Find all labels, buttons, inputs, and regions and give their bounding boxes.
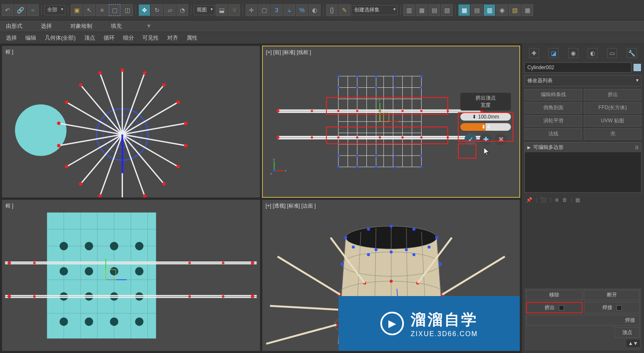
modifier-stack[interactable]: ▶ 可编辑多边形 ⁞⁞	[524, 142, 641, 193]
viewport-top[interactable]: 框 ]	[2, 46, 260, 198]
rotate-icon[interactable]: ↻	[151, 4, 163, 16]
break-button[interactable]: 断开	[584, 290, 640, 300]
mod-editspline[interactable]: 编辑样条线	[524, 89, 582, 100]
caddy-cancel-button[interactable]: ✖	[495, 133, 507, 145]
spinner-icon[interactable]: ◐	[309, 4, 321, 16]
brace-icon[interactable]: {}	[326, 4, 338, 16]
sub-select[interactable]: 选择	[3, 33, 19, 43]
viewport-front[interactable]: [+] [前] [标准] [线框 ]	[262, 46, 521, 198]
mod-normal[interactable]: 法线	[524, 128, 582, 140]
pin-icon[interactable]: 📌	[526, 197, 532, 203]
render-setup-icon[interactable]: ▧	[509, 4, 521, 16]
coord-dropdown[interactable]: 视图	[194, 5, 215, 15]
sub-geom[interactable]: 几何体(全部)	[42, 33, 78, 43]
mod-uvw[interactable]: UVW 贴图	[584, 115, 641, 127]
show-result-icon[interactable]: ⬛	[540, 197, 547, 203]
object-color-swatch[interactable]	[633, 63, 641, 72]
mod-ffd[interactable]: FFD(长方体)	[584, 102, 641, 113]
stack-vertex-icon[interactable]: ⁞⁞	[635, 145, 639, 151]
select-icon[interactable]: ▣	[71, 4, 83, 16]
cursor-icon[interactable]: ↖	[83, 4, 95, 16]
ribbon-dropdown-icon[interactable]: ▼	[146, 23, 152, 29]
ribbon-selection[interactable]: 选择	[38, 22, 54, 31]
extrude-settings-icon[interactable]	[559, 305, 564, 310]
expand-arrow-icon[interactable]: ▶	[527, 145, 531, 150]
window-icon[interactable]: ◫	[121, 4, 133, 16]
render-frame-icon[interactable]: ▦	[521, 4, 533, 16]
sub-vertex[interactable]: 顶点	[82, 33, 98, 43]
extrude-button[interactable]: 挤出	[526, 302, 583, 313]
caddy-width-field[interactable]: ⬍ 4	[460, 123, 511, 131]
viewport-grid: 框 ]	[0, 44, 522, 353]
weld2-button[interactable]: 焊接	[526, 315, 640, 326]
snap-plus-icon[interactable]: ✛	[246, 4, 257, 16]
motion-tab-icon[interactable]: ◐	[588, 48, 598, 58]
caddy-height-field[interactable]: ⬍ 100.0mm	[460, 113, 511, 121]
mod-extrude[interactable]: 挤出	[584, 89, 641, 100]
rect-select-icon[interactable]: ▢	[109, 4, 120, 16]
sub-props[interactable]: 属性	[184, 33, 200, 43]
svg-line-198	[270, 306, 338, 310]
sub-visibility[interactable]: 可见性	[140, 33, 161, 43]
selection-set-dropdown[interactable]: 创建选择集	[351, 5, 398, 15]
viewport-left[interactable]: 框 ]	[2, 199, 260, 352]
snap-3-icon[interactable]: 3	[271, 4, 283, 16]
object-name-field[interactable]	[524, 62, 631, 73]
scene-explorer-icon[interactable]: ▤	[471, 4, 483, 16]
viewport-perspective[interactable]: [+] [透视] [标准] [边面 ]	[262, 199, 521, 352]
undo-icon[interactable]: ↶	[2, 4, 13, 16]
material-icon[interactable]: ◉	[496, 4, 508, 16]
layer-explorer-icon[interactable]: ▥	[484, 4, 495, 16]
mod-shell[interactable]: 壳	[584, 128, 641, 140]
align-icon[interactable]: ▦	[416, 4, 428, 16]
ribbon-freeform[interactable]: 由形式	[3, 22, 25, 31]
pivot-icon[interactable]: ⬓	[216, 4, 227, 16]
remove-button[interactable]: 移除	[526, 290, 582, 300]
weld-settings-icon[interactable]	[617, 305, 622, 310]
snap-angle-icon[interactable]: ⦣	[283, 4, 295, 16]
layers-icon[interactable]: ▤	[428, 4, 440, 16]
spinner-control-icon[interactable]: ▲▼	[626, 340, 640, 347]
spinner-icon: ⬍	[472, 114, 476, 120]
create-tab-icon[interactable]: ✚	[529, 48, 539, 58]
sub-edit[interactable]: 编辑	[23, 33, 39, 43]
place-icon[interactable]: ◔	[176, 4, 188, 16]
snap-rect-icon[interactable]: ▢	[258, 4, 270, 16]
snap-percent-icon[interactable]: %	[296, 4, 308, 16]
display-tab-icon[interactable]: ▭	[607, 48, 617, 58]
modifier-list-dropdown[interactable]: 修改器列表	[524, 75, 641, 86]
link-icon[interactable]: 🔗	[14, 4, 26, 16]
configure-icon[interactable]: ▦	[575, 197, 580, 203]
ribbon-objpaint[interactable]: 对象绘制	[68, 22, 95, 31]
unique-icon[interactable]: ⊗	[555, 197, 559, 203]
caddy-confirm-button[interactable]: ✓	[465, 133, 476, 145]
modify-tab-icon[interactable]: ◪	[548, 48, 558, 58]
caddy-apply-button[interactable]: ✚	[480, 133, 492, 145]
scale-icon[interactable]: ▱	[164, 4, 176, 16]
ribbon-subtabs: 选择 编辑 几何体(全部) 顶点 循环 细分 可见性 对齐 属性	[0, 32, 644, 44]
viewport-top-label: 框 ]	[5, 49, 13, 56]
vertex-button[interactable]: 顶点	[615, 327, 640, 338]
list-icon[interactable]: ≡	[96, 4, 108, 16]
move-icon[interactable]: ✥	[139, 4, 150, 16]
unlink-icon[interactable]: ≈	[27, 4, 39, 16]
ribbon-populate[interactable]: 填充	[108, 22, 124, 31]
sub-subdiv[interactable]: 细分	[120, 33, 136, 43]
weld-button[interactable]: 焊接	[584, 302, 640, 313]
mod-bevel[interactable]: 倒角剖面	[524, 102, 582, 113]
manip-icon[interactable]: ☟	[228, 4, 240, 16]
mirror-icon[interactable]: ▥	[403, 4, 415, 16]
wand-icon[interactable]: ✎	[339, 4, 350, 16]
utilities-tab-icon[interactable]: 🔧	[627, 48, 637, 58]
toggle-ribbon-icon[interactable]: ▦	[458, 4, 470, 16]
stack-item-editablepoly[interactable]: ▶ 可编辑多边形 ⁞⁞	[525, 143, 641, 152]
sub-loop[interactable]: 循环	[101, 33, 117, 43]
remove-mod-icon[interactable]: 🗑	[562, 197, 567, 203]
sub-align[interactable]: 对齐	[165, 33, 181, 43]
svg-point-135	[135, 292, 144, 301]
curve-editor-icon[interactable]: ▧	[441, 4, 453, 16]
hierarchy-tab-icon[interactable]: ◉	[568, 48, 578, 58]
mod-turbosmooth[interactable]: 涡轮平滑	[524, 115, 582, 127]
svg-point-177	[340, 262, 343, 265]
filter-dropdown[interactable]: 全部	[44, 5, 65, 15]
